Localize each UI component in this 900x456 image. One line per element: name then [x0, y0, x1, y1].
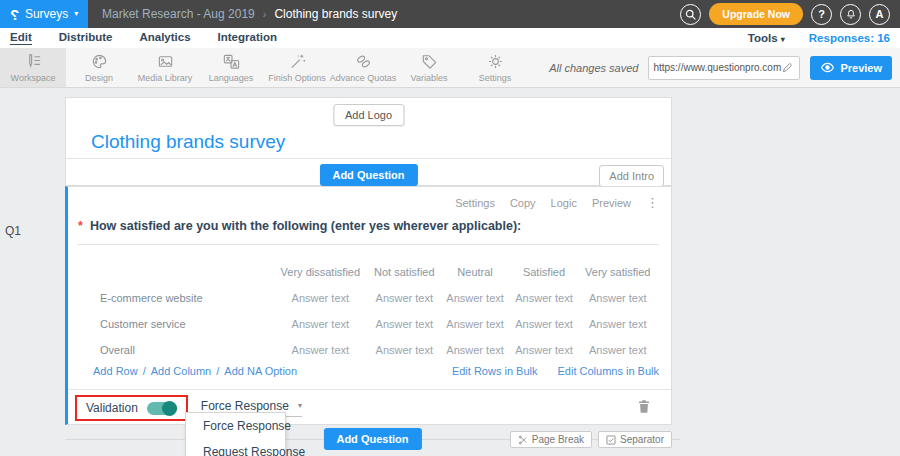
required-asterisk: * — [78, 219, 83, 233]
answer-cell[interactable]: Answer text — [273, 285, 368, 311]
scissors-icon — [518, 435, 528, 445]
answer-cell[interactable]: Answer text — [368, 285, 441, 311]
row-label[interactable]: Customer service — [100, 311, 273, 337]
row-label[interactable]: E-commerce website — [100, 285, 273, 311]
help-button[interactable]: ? — [811, 4, 832, 25]
nav-right: Tools ▾ Responses: 16 — [748, 32, 900, 44]
toolbar-item-label: Variables — [411, 73, 448, 83]
question-logic-button[interactable]: Logic — [551, 197, 577, 209]
dropdown-option-request-response[interactable]: Request Response — [186, 439, 285, 456]
surveys-product-menu[interactable]: ? Surveys ▾ — [0, 0, 88, 28]
tab-edit[interactable]: Edit — [10, 31, 32, 45]
link-separator: / — [216, 365, 219, 377]
gear-icon — [486, 52, 505, 71]
answer-cell[interactable]: Answer text — [273, 337, 368, 363]
kebab-menu-icon[interactable]: ⋮ — [646, 195, 659, 210]
separator-button[interactable]: Separator — [598, 431, 672, 448]
answer-cell[interactable]: Answer text — [510, 311, 579, 337]
answer-cell[interactable]: Answer text — [578, 311, 657, 337]
breadcrumb-folder[interactable]: Market Research - Aug 2019 — [102, 7, 255, 21]
toolbar-item-media-library[interactable]: Media Library — [132, 48, 198, 87]
search-button[interactable] — [680, 4, 701, 25]
avatar[interactable]: A — [869, 4, 890, 25]
toggle-knob — [162, 401, 177, 416]
breadcrumb-survey-name[interactable]: Clothing brands survey — [274, 7, 397, 21]
answer-cell[interactable]: Answer text — [510, 285, 579, 311]
tab-distribute[interactable]: Distribute — [59, 31, 113, 45]
page-break-button[interactable]: Page Break — [510, 431, 592, 448]
answer-cell[interactable]: Answer text — [441, 285, 510, 311]
column-header[interactable]: Not satisfied — [368, 259, 441, 285]
column-header[interactable]: Satisfied — [510, 259, 579, 285]
breadcrumb: Market Research - Aug 2019 › Clothing br… — [102, 7, 397, 21]
edit-rows-bulk-link[interactable]: Edit Rows in Bulk — [452, 365, 538, 377]
answer-cell[interactable]: Answer text — [441, 311, 510, 337]
responses-count[interactable]: Responses: 16 — [809, 32, 890, 44]
edit-toolbar: Workspace Design Media Library Languages… — [0, 48, 900, 88]
edit-pencil-icon[interactable] — [781, 61, 794, 74]
toolbar-item-label: Media Library — [138, 73, 193, 83]
column-header-row: Very dissatisfied Not satisfied Neutral … — [100, 259, 657, 285]
footer-right-buttons: Page Break Separator — [510, 431, 672, 448]
answer-grid: Very dissatisfied Not satisfied Neutral … — [100, 259, 657, 363]
tools-label: Tools — [748, 32, 778, 44]
answer-cell[interactable]: Answer text — [510, 337, 579, 363]
survey-url-input[interactable] — [653, 62, 781, 73]
product-menu-label: Surveys — [25, 7, 68, 21]
answer-cell[interactable]: Answer text — [578, 337, 657, 363]
add-row-link[interactable]: Add Row — [93, 365, 138, 377]
preview-button[interactable]: Preview — [810, 56, 892, 80]
save-status: All changes saved — [549, 62, 638, 74]
row-label[interactable]: Overall — [100, 337, 273, 363]
toolbar-item-variables[interactable]: Variables — [396, 48, 462, 87]
toolbar-item-workspace[interactable]: Workspace — [0, 48, 66, 87]
notifications-button[interactable] — [840, 4, 861, 25]
validation-toggle[interactable] — [147, 402, 177, 415]
tools-menu[interactable]: Tools ▾ — [748, 32, 785, 44]
bell-icon — [845, 8, 857, 20]
column-header[interactable]: Neutral — [441, 259, 510, 285]
tab-integration[interactable]: Integration — [218, 31, 277, 45]
survey-header-card: Add Logo Clothing brands survey Add Ques… — [65, 97, 672, 186]
dropdown-option-force-response[interactable]: Force Response — [186, 413, 285, 439]
tab-analytics[interactable]: Analytics — [139, 31, 190, 45]
toolbar-item-design[interactable]: Design — [66, 48, 132, 87]
checked-checkbox-icon — [606, 435, 616, 445]
toolbar-item-advance-quotas[interactable]: Advance Quotas — [330, 48, 396, 87]
questionpro-logo-icon: ? — [10, 6, 19, 23]
add-question-button-bottom[interactable]: Add Question — [323, 428, 421, 450]
validation-row: Validation Force Response ▾ — [75, 393, 659, 423]
delete-question-button[interactable] — [637, 399, 651, 418]
question-copy-button[interactable]: Copy — [510, 197, 536, 209]
upgrade-now-button[interactable]: Upgrade Now — [709, 3, 803, 25]
table-row: E-commerce website Answer text Answer te… — [100, 285, 657, 311]
answer-cell[interactable]: Answer text — [441, 337, 510, 363]
add-logo-button[interactable]: Add Logo — [333, 104, 404, 126]
question-text[interactable]: How satisfied are you with the following… — [90, 219, 521, 233]
question-settings-button[interactable]: Settings — [455, 197, 495, 209]
answer-cell[interactable]: Answer text — [578, 285, 657, 311]
column-header[interactable]: Very dissatisfied — [273, 259, 368, 285]
answer-cell[interactable]: Answer text — [368, 337, 441, 363]
edit-columns-bulk-link[interactable]: Edit Columns in Bulk — [558, 365, 660, 377]
answer-cell[interactable]: Answer text — [273, 311, 368, 337]
toolbar-item-label: Settings — [479, 73, 512, 83]
answer-cell[interactable]: Answer text — [368, 311, 441, 337]
translate-icon — [222, 52, 241, 71]
toolbar-item-settings[interactable]: Settings — [462, 48, 528, 87]
validation-highlight-box: Validation — [75, 395, 188, 421]
add-column-link[interactable]: Add Column — [151, 365, 212, 377]
toolbar-item-languages[interactable]: Languages — [198, 48, 264, 87]
column-header[interactable]: Very satisfied — [578, 259, 657, 285]
add-na-option-link[interactable]: Add NA Option — [224, 365, 297, 377]
add-question-button-top[interactable]: Add Question — [319, 164, 417, 186]
top-header: ? Surveys ▾ Market Research - Aug 2019 ›… — [0, 0, 900, 28]
question-preview-button[interactable]: Preview — [592, 197, 631, 209]
toolbar-item-label: Finish Options — [268, 73, 326, 83]
palette-icon — [90, 52, 109, 71]
header-actions: Upgrade Now ? A — [680, 3, 900, 25]
survey-title[interactable]: Clothing brands survey — [91, 131, 285, 153]
add-intro-button[interactable]: Add Intro — [599, 165, 664, 187]
toolbar-item-finish-options[interactable]: Finish Options — [264, 48, 330, 87]
question-actions-menu: Settings Copy Logic Preview ⋮ — [455, 195, 659, 210]
